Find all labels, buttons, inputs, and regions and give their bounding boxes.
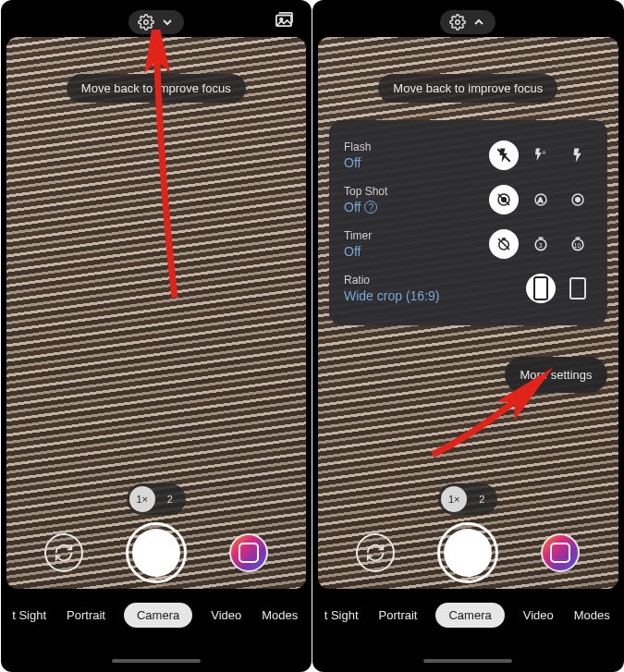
screenshot-right: Move back to improve focus Flash Off A bbox=[312, 0, 624, 672]
shutter-button[interactable] bbox=[437, 522, 498, 583]
switch-camera-button[interactable] bbox=[44, 533, 83, 572]
mode-modes[interactable]: Modes bbox=[572, 603, 612, 628]
screenshot-left: Move back to improve focus 1× 2 t Sight … bbox=[1, 0, 312, 672]
zoom-selector[interactable]: 1× 2 bbox=[127, 483, 186, 515]
settings-chevron-button[interactable] bbox=[440, 10, 496, 34]
flash-off-icon[interactable] bbox=[489, 141, 519, 170]
timer-10s-icon[interactable]: 10 bbox=[563, 229, 593, 259]
chevron-up-icon bbox=[471, 15, 486, 30]
top-bar bbox=[312, 7, 624, 37]
quick-settings-panel: Flash Off A Top Shot Off ? bbox=[329, 120, 607, 325]
topshot-off-icon[interactable] bbox=[489, 185, 519, 214]
gear-icon bbox=[449, 14, 466, 31]
setting-ratio-label: Ratio bbox=[344, 274, 439, 287]
ratio-4-3-icon[interactable] bbox=[563, 274, 593, 303]
info-icon[interactable]: ? bbox=[364, 201, 377, 214]
setting-ratio-value: Wide crop (16:9) bbox=[344, 288, 439, 303]
zoom-1x[interactable]: 1× bbox=[441, 486, 467, 512]
mode-video[interactable]: Video bbox=[521, 603, 556, 628]
more-settings-button[interactable]: More settings bbox=[505, 357, 606, 393]
mode-portrait[interactable]: Portrait bbox=[377, 603, 420, 628]
setting-topshot-value: Off ? bbox=[344, 200, 387, 214]
topshot-auto-icon[interactable]: A bbox=[526, 185, 556, 214]
settings-chevron-button[interactable] bbox=[128, 10, 184, 34]
gallery-button[interactable] bbox=[271, 9, 297, 30]
flash-auto-icon[interactable]: A bbox=[526, 141, 556, 170]
top-bar bbox=[1, 7, 312, 37]
topshot-on-icon[interactable] bbox=[563, 185, 593, 214]
chevron-down-icon bbox=[160, 15, 175, 30]
mode-video[interactable]: Video bbox=[209, 603, 243, 628]
setting-flash-value: Off bbox=[344, 155, 371, 170]
svg-point-0 bbox=[144, 20, 149, 25]
timer-3s-icon[interactable]: 3 bbox=[526, 229, 556, 259]
zoom-selector[interactable]: 1× 2 bbox=[438, 483, 497, 515]
setting-topshot-label: Top Shot bbox=[344, 185, 387, 198]
setting-timer-value: Off bbox=[344, 244, 372, 259]
mode-camera[interactable]: Camera bbox=[435, 603, 504, 628]
svg-text:A: A bbox=[538, 196, 543, 204]
flash-on-icon[interactable] bbox=[563, 141, 593, 170]
zoom-1x[interactable]: 1× bbox=[129, 486, 155, 512]
setting-timer-label: Timer bbox=[344, 229, 372, 242]
shutter-row bbox=[1, 522, 312, 583]
svg-text:10: 10 bbox=[573, 242, 581, 249]
gear-icon bbox=[138, 14, 154, 31]
timer-off-icon[interactable] bbox=[489, 229, 519, 259]
svg-text:3: 3 bbox=[538, 241, 542, 250]
setting-flash-row: Flash Off A bbox=[344, 133, 593, 177]
recent-photo-thumbnail[interactable] bbox=[229, 533, 268, 572]
recent-photo-thumbnail[interactable] bbox=[541, 533, 580, 572]
svg-text:A: A bbox=[542, 150, 545, 155]
zoom-2x[interactable]: 2 bbox=[469, 486, 495, 512]
focus-toast: Move back to improve focus bbox=[67, 74, 246, 103]
mode-night-sight[interactable]: t Sight bbox=[10, 603, 48, 628]
svg-point-4 bbox=[456, 20, 460, 25]
shutter-button[interactable] bbox=[126, 522, 187, 583]
mode-modes[interactable]: Modes bbox=[260, 603, 300, 628]
mode-selector[interactable]: t Sight Portrait Camera Video Modes bbox=[1, 603, 312, 628]
setting-timer-row: Timer Off 3 10 bbox=[344, 222, 593, 266]
shutter-row bbox=[312, 522, 624, 583]
gesture-nav-bar[interactable] bbox=[112, 659, 201, 663]
zoom-2x[interactable]: 2 bbox=[157, 486, 183, 512]
mode-portrait[interactable]: Portrait bbox=[65, 603, 107, 628]
setting-topshot-row: Top Shot Off ? A bbox=[344, 177, 593, 222]
ratio-16-9-icon[interactable] bbox=[526, 274, 556, 303]
gesture-nav-bar[interactable] bbox=[423, 659, 512, 663]
mode-camera[interactable]: Camera bbox=[124, 603, 192, 628]
setting-ratio-row: Ratio Wide crop (16:9) bbox=[344, 266, 593, 311]
focus-toast: Move back to improve focus bbox=[378, 74, 557, 103]
setting-flash-label: Flash bbox=[344, 141, 371, 153]
mode-selector[interactable]: t Sight Portrait Camera Video Modes bbox=[312, 603, 624, 628]
switch-camera-button[interactable] bbox=[356, 533, 395, 572]
svg-point-13 bbox=[575, 198, 580, 202]
mode-night-sight[interactable]: t Sight bbox=[323, 603, 361, 628]
